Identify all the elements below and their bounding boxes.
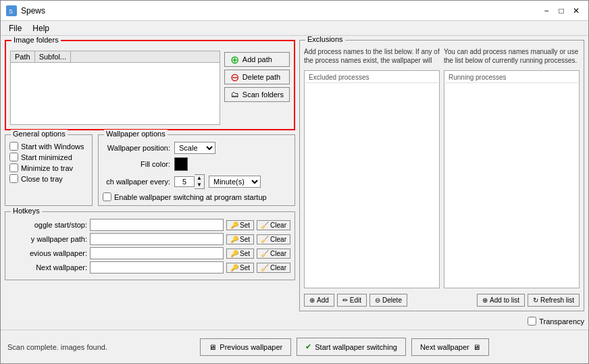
- delete-exclusion-button[interactable]: ⊖ Delete: [369, 294, 407, 307]
- edit-exclusion-button[interactable]: ✏ Edit: [337, 294, 367, 307]
- interval-unit-select[interactable]: Minute(s) Hour(s) Second(s): [209, 176, 261, 188]
- hotkey-wallpaper-clear-btn[interactable]: 🧹 Clear: [257, 234, 290, 244]
- exclusions-label: Exclusions: [305, 36, 345, 43]
- spin-buttons: ▲ ▼: [195, 174, 205, 189]
- checkbox-start-windows: Start with Windows: [9, 142, 88, 151]
- delete-icon: ⊖: [230, 72, 240, 82]
- app-icon: S: [6, 5, 17, 16]
- running-processes-list[interactable]: Running processes: [444, 70, 580, 288]
- prev-icon: 🖥: [209, 343, 216, 351]
- options-row: General options Start with Windows Start…: [5, 134, 295, 206]
- hotkey-previous-label: evious wallpaper:: [9, 249, 87, 257]
- add-excl-icon: ⊕: [309, 296, 315, 304]
- hotkey-wallpaper-input[interactable]: [90, 233, 224, 245]
- set-icon-3: 🔑: [230, 250, 238, 257]
- set-icon-4: 🔑: [230, 264, 238, 271]
- close-button[interactable]: ✕: [569, 4, 583, 18]
- exclusions-description: Add process names to the list below. If …: [304, 47, 440, 65]
- scan-folders-button[interactable]: 🗂 Scan folders: [224, 87, 290, 102]
- add-path-button[interactable]: ⊕ Add path: [224, 52, 290, 67]
- position-select[interactable]: Scale Center Stretch Tile Fit: [174, 142, 215, 154]
- hotkey-toggle-set-btn[interactable]: 🔑 Set: [226, 220, 254, 230]
- exclusions-group: Exclusions Add process names to the list…: [299, 40, 584, 311]
- delete-excl-icon: ⊖: [375, 296, 380, 304]
- hotkey-toggle-label: oggle start/stop:: [9, 221, 87, 229]
- start-minimized-checkbox[interactable]: [9, 153, 18, 161]
- hotkey-toggle-row: oggle start/stop: 🔑 Set 🧹 Clear: [9, 219, 290, 231]
- svg-text:S: S: [9, 8, 13, 15]
- menu-file[interactable]: File: [3, 22, 27, 34]
- set-icon-1: 🔑: [230, 222, 238, 229]
- exclusions-desc-left: Add process names to the list below. If …: [304, 47, 440, 68]
- minimize-button[interactable]: −: [540, 4, 553, 18]
- spin-down-button[interactable]: ▼: [195, 182, 204, 188]
- interval-input-group: ▲ ▼: [174, 174, 205, 189]
- checkbox-minimize-tray: Minimize to trav: [9, 163, 88, 172]
- col-subfol: Subfol...: [35, 51, 71, 62]
- bottom-center-buttons: 🖥 Previous wallpaper ✔ Start wallpaper s…: [200, 338, 488, 356]
- hotkey-toggle-input[interactable]: [90, 219, 224, 231]
- exclusion-action-buttons: ⊕ Add ✏ Edit ⊖ Delete: [304, 294, 407, 307]
- wallpaper-options-group: Wallpaper options Wallpaper position: Sc…: [98, 134, 295, 206]
- hotkey-wallpaper-set-btn[interactable]: 🔑 Set: [226, 234, 254, 244]
- minimize-tray-checkbox[interactable]: [9, 163, 18, 172]
- hotkey-wallpaper-path-row: y wallpaper path: 🔑 Set 🧹 Clear: [9, 233, 290, 245]
- excluded-processes-list[interactable]: Excluded processes: [304, 70, 440, 288]
- excluded-processes-header: Excluded processes: [306, 72, 438, 83]
- start-windows-checkbox[interactable]: [9, 142, 18, 151]
- fill-color-swatch[interactable]: [174, 157, 188, 171]
- next-wallpaper-button[interactable]: Next wallpaper 🖥: [411, 338, 489, 356]
- hotkey-next-set-btn[interactable]: 🔑 Set: [226, 263, 254, 273]
- close-tray-checkbox[interactable]: [9, 174, 18, 183]
- menu-help[interactable]: Help: [27, 22, 55, 34]
- wallpaper-options-label: Wallpaper options: [104, 130, 168, 138]
- hotkeys-group: Hotkeys oggle start/stop: 🔑 Set 🧹 Clear …: [5, 211, 295, 280]
- prev-wallpaper-button[interactable]: 🖥 Previous wallpaper: [200, 338, 291, 356]
- add-exclusion-button[interactable]: ⊕ Add: [304, 294, 334, 307]
- folder-buttons: ⊕ Add path ⊖ Delete path 🗂 Scan folders: [224, 51, 290, 125]
- transparency-row: Transparency: [528, 317, 584, 326]
- clear-icon-2: 🧹: [261, 236, 269, 243]
- image-folders-group: Image folders Path Subfol... ⊕ Add path: [5, 40, 295, 130]
- hotkey-next-input[interactable]: [90, 261, 224, 274]
- general-options-label: General options: [11, 130, 68, 138]
- col-path: Path: [11, 51, 35, 62]
- maximize-button[interactable]: □: [555, 4, 568, 18]
- exclusions-lists: Excluded processes Running processes: [304, 70, 580, 288]
- delete-path-button[interactable]: ⊖ Delete path: [224, 70, 290, 84]
- window-title: Spews: [21, 6, 45, 16]
- hotkey-next-row: Next wallpaper: 🔑 Set 🧹 Clear: [9, 261, 290, 274]
- transparency-label: Transparency: [539, 317, 584, 326]
- status-text: Scan complete. images found.: [7, 343, 107, 351]
- clear-icon-3: 🧹: [261, 250, 269, 257]
- start-switching-button[interactable]: ✔ Start wallpaper switching: [297, 338, 406, 356]
- folder-table[interactable]: Path Subfol...: [10, 51, 220, 125]
- edit-excl-icon: ✏: [342, 296, 348, 304]
- hotkey-previous-set-btn[interactable]: 🔑 Set: [226, 249, 254, 259]
- main-content: Image folders Path Subfol... ⊕ Add path: [1, 36, 588, 330]
- general-options-group: General options Start with Windows Start…: [5, 134, 93, 206]
- position-label: Wallpaper position:: [103, 144, 170, 152]
- hotkey-next-label: Next wallpaper:: [9, 263, 87, 271]
- spin-up-button[interactable]: ▲: [195, 175, 204, 182]
- clear-icon-1: 🧹: [261, 222, 269, 229]
- title-bar-left: S Spews: [6, 5, 45, 16]
- wallpaper-position-row: Wallpaper position: Scale Center Stretch…: [103, 142, 290, 154]
- fill-color-row: Fill color:: [103, 157, 290, 171]
- title-controls: − □ ✕: [540, 4, 583, 18]
- add-to-list-button[interactable]: ⊕ Add to list: [477, 294, 525, 307]
- title-bar: S Spews − □ ✕: [1, 1, 588, 21]
- transparency-checkbox[interactable]: [528, 317, 536, 326]
- refresh-list-button[interactable]: ↻ Refresh list: [528, 294, 580, 307]
- add-icon: ⊕: [230, 55, 240, 64]
- interval-input[interactable]: [174, 176, 195, 187]
- start-icon: ✔: [305, 342, 311, 351]
- enable-switching-checkbox[interactable]: [103, 192, 111, 201]
- hotkey-next-clear-btn[interactable]: 🧹 Clear: [257, 263, 290, 273]
- hotkey-toggle-clear-btn[interactable]: 🧹 Clear: [257, 220, 290, 230]
- hotkey-previous-clear-btn[interactable]: 🧹 Clear: [257, 249, 290, 259]
- hotkey-previous-input[interactable]: [90, 247, 224, 259]
- image-folders-content: Path Subfol... ⊕ Add path ⊖ Delete path: [10, 51, 290, 125]
- add-to-list-icon: ⊕: [482, 296, 488, 304]
- exclusions-desc-right: You can add process names manually or us…: [444, 47, 580, 68]
